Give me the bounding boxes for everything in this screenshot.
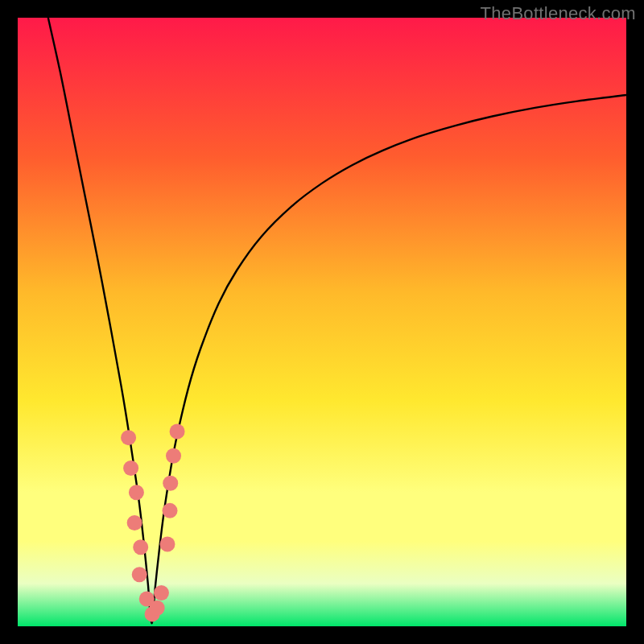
data-marker (154, 585, 169, 601)
data-marker (123, 460, 138, 476)
data-marker (121, 430, 136, 445)
data-marker (127, 515, 142, 530)
data-marker (150, 601, 165, 616)
plot-area (18, 18, 626, 626)
data-marker (133, 539, 148, 555)
data-marker (132, 567, 147, 582)
data-marker (163, 476, 178, 491)
outer-black-frame: TheBottleneck.com (0, 0, 644, 644)
data-marker (163, 503, 178, 518)
data-marker (170, 424, 185, 440)
watermark-text: TheBottleneck.com (481, 3, 636, 24)
chart-svg (18, 18, 626, 626)
data-marker (166, 448, 181, 464)
data-marker (129, 485, 144, 500)
data-marker (159, 536, 175, 551)
